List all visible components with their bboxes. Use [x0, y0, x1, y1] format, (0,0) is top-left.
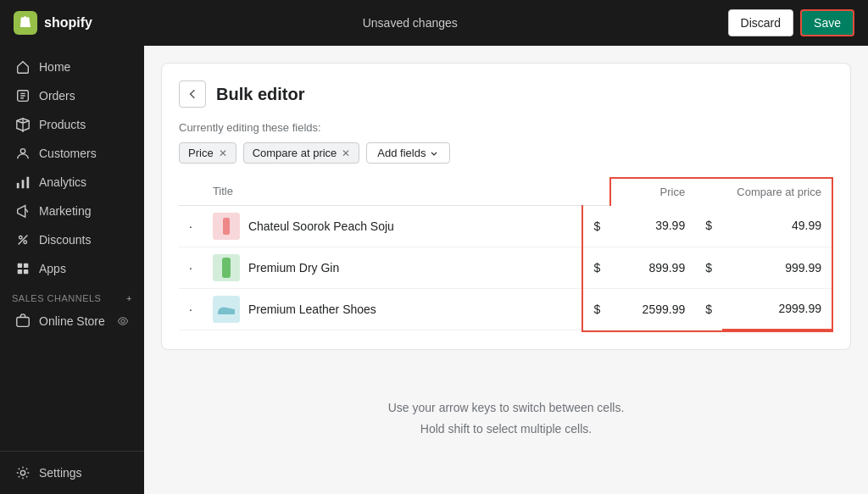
row-dot-2: ·: [179, 247, 203, 288]
analytics-icon: [15, 175, 31, 190]
customers-icon: [15, 146, 31, 161]
sidebar-item-online-store-label: Online Store: [39, 314, 105, 328]
sidebar-item-home[interactable]: Home: [3, 53, 141, 81]
page-title: Bulk editor: [216, 85, 304, 104]
compare-currency-2: $: [695, 247, 722, 288]
price-value-2[interactable]: 899.99: [610, 247, 695, 288]
discard-button[interactable]: Discard: [728, 9, 793, 36]
compare-at-price-value-3[interactable]: 2999.99: [722, 288, 832, 330]
save-button[interactable]: Save: [800, 9, 854, 36]
row-dot-1: ·: [179, 205, 203, 247]
sales-channels-label: SALES CHANNELS: [12, 293, 101, 303]
table-row: · Premium Leather Shoes $ 2599.: [179, 288, 832, 330]
compare-currency-3: $: [695, 288, 722, 330]
bulk-editor-header: Bulk editor: [179, 80, 833, 108]
topbar: shopify Unsaved changes Discard Save: [0, 0, 868, 46]
product-name-cell-2: Premium Dry Gin: [203, 247, 583, 288]
svg-point-6: [19, 236, 23, 240]
svg-point-7: [24, 241, 27, 244]
sidebar-item-apps-label: Apps: [39, 262, 66, 275]
hint-line2: Hold shift to select multiple cells.: [178, 419, 834, 440]
bulk-editor-table: Title Price Compare at price ·: [179, 177, 833, 332]
price-currency-3: $: [582, 288, 610, 330]
logo: shopify: [14, 11, 92, 35]
svg-point-13: [121, 319, 125, 323]
sidebar-item-orders-label: Orders: [39, 89, 75, 103]
table-row: · Premium Dry Gin $ 899.99: [179, 247, 832, 288]
svg-rect-3: [17, 183, 19, 188]
product-name-cell-1: Chateul Soorok Peach Soju: [203, 205, 583, 247]
svg-point-14: [20, 470, 25, 475]
add-sales-channel-icon[interactable]: +: [126, 293, 132, 303]
editing-label: Currently editing these fields:: [179, 121, 833, 134]
sidebar-item-products-label: Products: [39, 118, 86, 131]
unsaved-changes-label: Unsaved changes: [363, 16, 458, 30]
settings-icon: [15, 465, 31, 480]
col-header-title: Title: [203, 178, 583, 205]
sidebar-item-customers[interactable]: Customers: [3, 139, 141, 168]
svg-rect-11: [24, 269, 28, 274]
visibility-icon[interactable]: [117, 315, 129, 327]
orders-icon: [15, 88, 31, 103]
product-name-2: Premium Dry Gin: [248, 261, 339, 275]
svg-rect-8: [18, 264, 22, 268]
sidebar-item-discounts-label: Discounts: [39, 233, 91, 247]
sidebar-item-products[interactable]: Products: [3, 110, 141, 139]
product-thumb-2: [213, 254, 240, 281]
compare-at-price-tag-remove[interactable]: ✕: [342, 147, 350, 159]
svg-rect-16: [223, 218, 230, 235]
add-fields-label: Add fields: [377, 147, 426, 159]
sidebar-item-online-store[interactable]: Online Store: [3, 307, 141, 336]
col-header-price: Price: [610, 178, 695, 205]
svg-point-2: [20, 149, 25, 153]
field-tags: Price ✕ Compare at price ✕ Add fields: [179, 142, 833, 164]
sidebar-item-analytics-label: Analytics: [39, 175, 86, 189]
price-tag-label: Price: [188, 147, 214, 159]
product-name-3: Premium Leather Shoes: [248, 303, 376, 316]
sidebar-item-orders[interactable]: Orders: [3, 81, 141, 110]
compare-currency-1: $: [695, 205, 722, 247]
price-value-3[interactable]: 2599.99: [610, 288, 695, 330]
row-dot-3: ·: [179, 288, 203, 330]
compare-at-price-tag-label: Compare at price: [253, 147, 337, 159]
product-name-cell-3: Premium Leather Shoes: [203, 288, 583, 330]
sidebar: Home Orders Products Customers Analytics: [0, 46, 144, 494]
svg-rect-12: [17, 318, 29, 327]
sidebar-item-home-label: Home: [39, 60, 70, 74]
price-tag-remove[interactable]: ✕: [219, 147, 227, 159]
sidebar-item-analytics[interactable]: Analytics: [3, 168, 141, 197]
product-name-1: Chateul Soorok Peach Soju: [248, 219, 394, 233]
add-fields-button[interactable]: Add fields: [366, 142, 450, 164]
hint-box: Use your arrow keys to switch between ce…: [161, 364, 851, 474]
price-tag: Price ✕: [179, 142, 236, 164]
table-row: · Chateul Soorok Peach Soju $ 3: [179, 205, 832, 247]
sidebar-item-settings[interactable]: Settings: [3, 458, 141, 487]
bulk-editor-table-wrapper: Title Price Compare at price ·: [179, 177, 833, 332]
sidebar-item-marketing[interactable]: Marketing: [3, 197, 141, 225]
hint-line1: Use your arrow keys to switch between ce…: [178, 397, 834, 419]
col-header-compare-currency: [695, 178, 722, 205]
sales-channels-section: SALES CHANNELS +: [0, 283, 144, 307]
svg-rect-4: [22, 180, 25, 188]
compare-at-price-value-1[interactable]: 49.99: [722, 205, 832, 247]
topbar-actions: Discard Save: [728, 9, 854, 36]
product-thumb-1: [213, 213, 240, 240]
svg-rect-10: [18, 269, 22, 274]
col-header-compare-at-price: Compare at price: [722, 178, 832, 205]
products-icon: [15, 117, 31, 132]
compare-at-price-value-2[interactable]: 999.99: [722, 247, 832, 288]
sidebar-item-settings-label: Settings: [39, 466, 82, 480]
sidebar-item-discounts[interactable]: Discounts: [3, 225, 141, 254]
sidebar-item-apps[interactable]: Apps: [3, 254, 141, 283]
logo-text: shopify: [44, 15, 92, 31]
bulk-editor-card: Bulk editor Currently editing these fiel…: [161, 63, 851, 350]
price-currency-2: $: [582, 247, 610, 288]
svg-rect-18: [222, 258, 231, 278]
back-button[interactable]: [179, 80, 206, 108]
sidebar-item-marketing-label: Marketing: [39, 204, 91, 218]
apps-icon: [15, 261, 31, 276]
compare-at-price-tag: Compare at price ✕: [243, 142, 360, 164]
product-thumb-3: [213, 296, 240, 323]
home-icon: [15, 59, 31, 75]
price-value-1[interactable]: 39.99: [610, 205, 695, 247]
